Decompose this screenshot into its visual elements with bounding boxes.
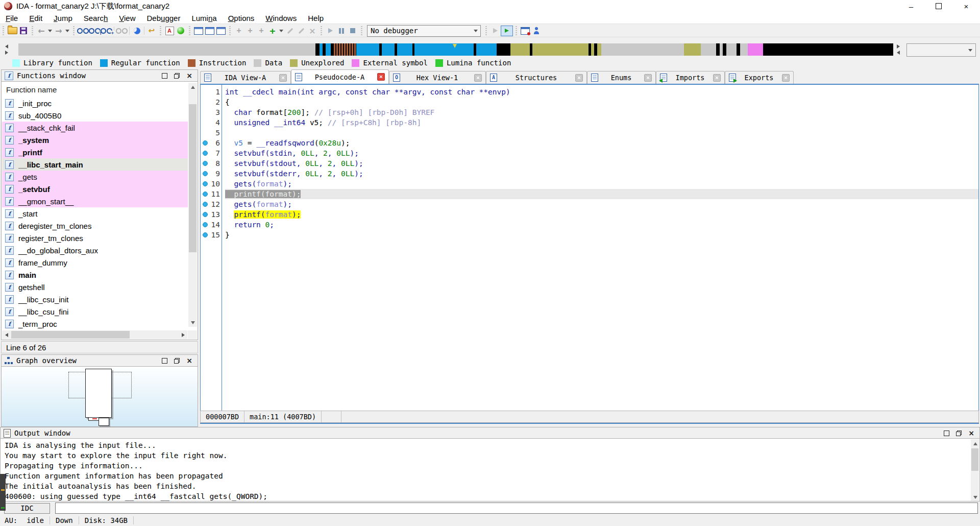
- tab-pseudocode-a[interactable]: Pseudocode-A×: [291, 69, 389, 84]
- panel-close-icon[interactable]: ×: [186, 357, 192, 364]
- tab-close-icon[interactable]: ×: [644, 74, 652, 82]
- navband-left-arrows[interactable]: [5, 44, 8, 55]
- menu-item-jump[interactable]: Jump: [48, 14, 78, 22]
- function-list-item[interactable]: fderegister_tm_clones: [2, 220, 188, 232]
- panel-close-icon[interactable]: ×: [968, 429, 974, 437]
- function-list-item[interactable]: f__gmon_start__: [2, 195, 188, 207]
- graph-overview-canvas[interactable]: [1, 367, 198, 427]
- pseudocode-line[interactable]: 9 setvbuf(stderr, 0LL, 2, 0LL);: [201, 169, 978, 179]
- desktop-window-icon-1[interactable]: [193, 25, 204, 36]
- debugger-windows-icon[interactable]: [520, 25, 531, 36]
- menu-item-file[interactable]: File: [0, 14, 23, 22]
- pause-process-icon[interactable]: [336, 25, 347, 36]
- menu-item-help[interactable]: Help: [302, 14, 329, 22]
- maximize-button[interactable]: [925, 0, 952, 12]
- search-again-icon[interactable]: [116, 25, 128, 36]
- start-process-icon[interactable]: [325, 25, 336, 36]
- add-breakpoint-caret[interactable]: [278, 25, 284, 36]
- pseudocode-line[interactable]: 8 setvbuf(stdout, 0LL, 2, 0LL);: [201, 158, 978, 169]
- scroll-right-icon[interactable]: [179, 330, 187, 339]
- function-list-item[interactable]: f_setvbuf: [2, 183, 188, 195]
- menu-item-edit[interactable]: Edit: [23, 14, 48, 22]
- menu-item-lumina[interactable]: Lumina: [186, 14, 222, 22]
- tab-exports[interactable]: Exports×: [725, 71, 794, 84]
- function-list-item[interactable]: f_term_proc: [2, 318, 188, 330]
- jump-night-icon[interactable]: [131, 25, 142, 36]
- back-history-caret[interactable]: [47, 25, 53, 36]
- tab-enums[interactable]: Enums×: [587, 71, 656, 84]
- pseudocode-line[interactable]: 12 gets(format);: [201, 199, 978, 209]
- tab-imports[interactable]: Imports×: [656, 71, 725, 84]
- scroll-down-icon[interactable]: [188, 318, 197, 327]
- tab-structures[interactable]: Structures×: [486, 71, 587, 84]
- idc-language-button[interactable]: IDC: [4, 503, 50, 514]
- pseudocode-line[interactable]: 14 return 0;: [201, 220, 978, 230]
- open-file-icon[interactable]: [7, 25, 18, 36]
- panel-restore-icon[interactable]: [162, 358, 167, 364]
- debugger-select[interactable]: No debugger: [367, 25, 481, 37]
- output-vertical-scrollbar[interactable]: [971, 439, 979, 501]
- function-list-item[interactable]: f__libc_csu_fini: [2, 305, 188, 318]
- tab-close-icon[interactable]: ×: [377, 73, 385, 81]
- pseudocode-line[interactable]: 15}: [201, 230, 978, 240]
- close-button[interactable]: ×: [952, 0, 980, 12]
- search-next-icon[interactable]: +: [101, 25, 112, 36]
- tab-close-icon[interactable]: ×: [474, 74, 482, 82]
- strings-window-icon[interactable]: A: [164, 25, 175, 36]
- cli-input[interactable]: [55, 503, 978, 514]
- function-list-item[interactable]: fsub_4005B0: [2, 109, 188, 122]
- panel-close-icon[interactable]: ×: [186, 72, 192, 79]
- undo-icon[interactable]: ↩: [146, 25, 157, 36]
- function-list-item[interactable]: f__do_global_dtors_aux: [2, 244, 188, 256]
- function-list-item[interactable]: f__stack_chk_fail: [2, 122, 188, 134]
- panel-restore-icon[interactable]: [944, 431, 949, 436]
- create-function-icon[interactable]: +: [233, 25, 244, 36]
- panel-float-icon[interactable]: [174, 73, 180, 79]
- functions-vertical-scrollbar[interactable]: [188, 83, 197, 327]
- function-list-item[interactable]: fmain: [2, 269, 188, 281]
- function-list-item[interactable]: fframe_dummy: [2, 256, 188, 269]
- watch-list-icon[interactable]: [531, 25, 542, 36]
- navband-combo[interactable]: [906, 43, 976, 57]
- desktop-window-icon-2[interactable]: [204, 25, 215, 36]
- edit-function-icon[interactable]: [284, 25, 296, 36]
- forward-icon[interactable]: →: [53, 25, 64, 36]
- function-list-item[interactable]: f_init_proc: [2, 97, 188, 109]
- tab-ida-view-a[interactable]: IDA View-A×: [200, 71, 291, 84]
- panel-float-icon[interactable]: [956, 431, 962, 436]
- scrollbar-thumb[interactable]: [11, 331, 130, 339]
- menu-item-debugger[interactable]: Debugger: [141, 14, 186, 22]
- tab-close-icon[interactable]: ×: [575, 74, 583, 82]
- tab-close-icon[interactable]: ×: [782, 74, 790, 82]
- pseudocode-view[interactable]: 1int __cdecl main(int argc, const char *…: [200, 85, 979, 411]
- function-list-item[interactable]: f__libc_csu_init: [2, 293, 188, 305]
- menu-item-windows[interactable]: Windows: [260, 14, 302, 22]
- pseudocode-line[interactable]: 5: [201, 128, 978, 138]
- tab-close-icon[interactable]: ×: [713, 74, 721, 82]
- function-list-item[interactable]: f_system: [2, 134, 188, 146]
- minimize-button[interactable]: –: [897, 0, 925, 12]
- pseudocode-line[interactable]: 7 setvbuf(stdin, 0LL, 2, 0LL);: [201, 148, 978, 158]
- panel-restore-icon[interactable]: [162, 73, 167, 79]
- pseudocode-line[interactable]: 6 v5 = __readfsqword(0x28u);: [201, 138, 978, 148]
- add-breakpoint-icon[interactable]: +: [267, 25, 278, 36]
- pseudocode-line[interactable]: 11 printf(format);: [201, 189, 978, 199]
- docked-scroll-widget[interactable]: [0, 474, 6, 511]
- pseudocode-line[interactable]: 4 unsigned __int64 v5; // [rsp+C8h] [rbp…: [201, 117, 978, 128]
- function-list-item[interactable]: f_start: [2, 207, 188, 220]
- save-icon[interactable]: [18, 25, 29, 36]
- pseudocode-line[interactable]: 2{: [201, 97, 978, 107]
- function-list-item[interactable]: fregister_tm_clones: [2, 232, 188, 244]
- delete-function-icon[interactable]: ×: [307, 25, 318, 36]
- function-list-item[interactable]: f_gets: [2, 171, 188, 183]
- scroll-up-icon[interactable]: [188, 83, 197, 91]
- lumina-icon[interactable]: [175, 25, 186, 36]
- scroll-up-icon[interactable]: [971, 439, 979, 448]
- back-icon[interactable]: ←: [36, 25, 47, 36]
- desktop-window-icon-3[interactable]: [215, 25, 227, 36]
- pseudocode-line[interactable]: 10 gets(format);: [201, 179, 978, 189]
- add-type-icon[interactable]: +: [256, 25, 267, 36]
- pseudocode-line[interactable]: 1int __cdecl main(int argc, const char *…: [201, 87, 978, 97]
- navband-right-arrows[interactable]: [897, 44, 900, 55]
- scrollbar-thumb[interactable]: [971, 448, 978, 471]
